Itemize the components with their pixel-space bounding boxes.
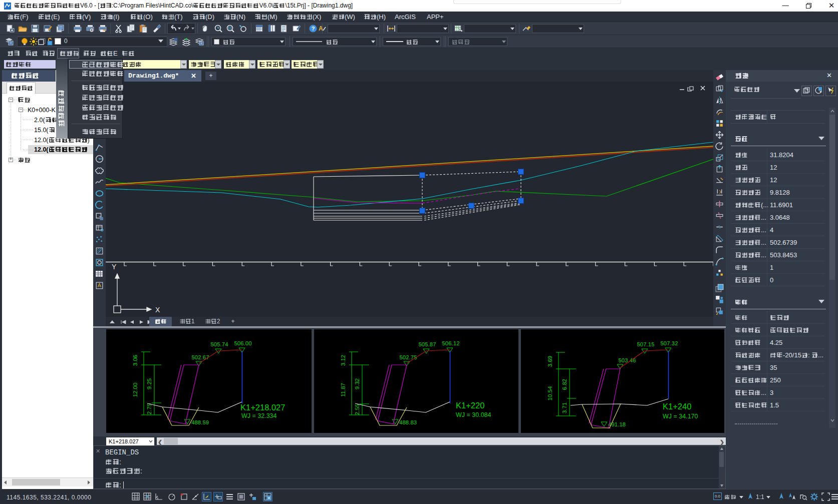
svg-text:9.25: 9.25 — [146, 378, 152, 389]
svg-text:2.55: 2.55 — [354, 404, 360, 415]
svg-text:488.59: 488.59 — [191, 419, 209, 425]
svg-text:?: ? — [312, 26, 315, 32]
svg-text:503.46: 503.46 — [618, 357, 636, 363]
svg-text:K1+218.027: K1+218.027 — [240, 403, 285, 412]
svg-text:505.74: 505.74 — [210, 341, 228, 347]
svg-text:502.75: 502.75 — [399, 354, 417, 360]
svg-text:3.69: 3.69 — [547, 356, 553, 367]
svg-text:491.18: 491.18 — [608, 421, 626, 427]
svg-text:9.32: 9.32 — [354, 378, 360, 389]
svg-text:A: A — [319, 25, 323, 32]
svg-text:505.87: 505.87 — [418, 341, 436, 347]
svg-text:506.12: 506.12 — [442, 340, 459, 346]
svg-text:11.87: 11.87 — [340, 383, 346, 397]
svg-text:2.75: 2.75 — [146, 403, 152, 414]
svg-text:K1+220: K1+220 — [456, 401, 484, 410]
svg-text:X: X — [155, 306, 160, 314]
svg-text:K1+240: K1+240 — [663, 402, 691, 411]
svg-text:WJ = 30.084: WJ = 30.084 — [456, 411, 491, 418]
svg-text:507.32: 507.32 — [660, 340, 678, 346]
svg-text:12.00: 12.00 — [132, 383, 138, 397]
svg-text:10.54: 10.54 — [547, 386, 553, 400]
svg-text:3.12: 3.12 — [340, 355, 346, 366]
svg-text:6.82: 6.82 — [562, 379, 568, 390]
svg-text:507.15: 507.15 — [637, 341, 654, 347]
svg-text:3.06: 3.06 — [132, 355, 138, 366]
svg-text:506.00: 506.00 — [234, 340, 251, 346]
svg-text:488.83: 488.83 — [399, 419, 417, 425]
svg-text:Y: Y — [112, 263, 117, 271]
svg-text:WJ = 32.334: WJ = 32.334 — [241, 412, 277, 419]
svg-text:502.67: 502.67 — [191, 354, 209, 360]
svg-text:WJ = 34.170: WJ = 34.170 — [663, 413, 698, 420]
svg-text:3.71: 3.71 — [562, 402, 568, 413]
